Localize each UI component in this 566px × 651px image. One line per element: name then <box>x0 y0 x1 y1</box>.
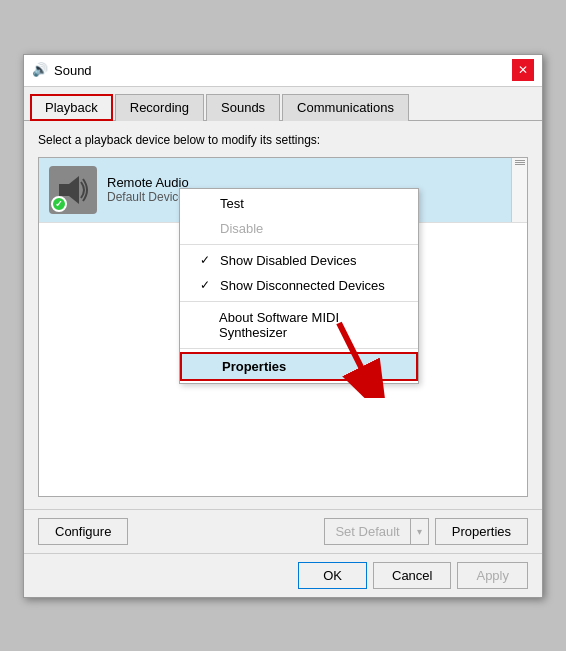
description-text: Select a playback device below to modify… <box>38 133 528 147</box>
tab-sounds[interactable]: Sounds <box>206 94 280 121</box>
context-menu: Test Disable ✓ Show Disabled Devices ✓ S… <box>179 188 419 384</box>
properties-button[interactable]: Properties <box>435 518 528 545</box>
scrollbar[interactable] <box>511 158 527 222</box>
action-row: OK Cancel Apply <box>24 553 542 597</box>
tab-recording[interactable]: Recording <box>115 94 204 121</box>
menu-item-disable: Disable <box>180 216 418 241</box>
sound-dialog: 🔊 Sound ✕ Playback Recording Sounds Comm… <box>23 54 543 598</box>
tabs-bar: Playback Recording Sounds Communications <box>24 87 542 121</box>
close-button[interactable]: ✕ <box>512 59 534 81</box>
menu-item-show-disconnected[interactable]: ✓ Show Disconnected Devices <box>180 273 418 298</box>
menu-separator-1 <box>180 244 418 245</box>
menu-separator-2 <box>180 301 418 302</box>
device-icon: ✓ <box>49 166 97 214</box>
menu-item-properties[interactable]: Properties <box>180 352 418 381</box>
tab-playback[interactable]: Playback <box>30 94 113 121</box>
btn-left-group: Configure <box>38 518 128 545</box>
apply-button[interactable]: Apply <box>457 562 528 589</box>
menu-separator-3 <box>180 348 418 349</box>
set-default-dropdown[interactable]: ▾ <box>410 518 429 545</box>
cancel-button[interactable]: Cancel <box>373 562 451 589</box>
menu-item-about[interactable]: About Software MIDI Synthesizer <box>180 305 418 345</box>
set-default-button[interactable]: Set Default <box>324 518 409 545</box>
btn-right-group: Set Default ▾ Properties <box>324 518 528 545</box>
ok-button[interactable]: OK <box>298 562 367 589</box>
title-bar-left: 🔊 Sound <box>32 62 92 78</box>
sound-icon: 🔊 <box>32 62 48 78</box>
menu-item-show-disabled[interactable]: ✓ Show Disabled Devices <box>180 248 418 273</box>
set-default-wrap: Set Default ▾ <box>324 518 428 545</box>
tab-content: Select a playback device below to modify… <box>24 121 542 509</box>
bottom-buttons: Configure Set Default ▾ Properties <box>24 509 542 553</box>
dialog-title: Sound <box>54 63 92 78</box>
tab-communications[interactable]: Communications <box>282 94 409 121</box>
device-list[interactable]: ✓ Remote Audio Default Device Test <box>38 157 528 497</box>
menu-item-test[interactable]: Test <box>180 191 418 216</box>
configure-button[interactable]: Configure <box>38 518 128 545</box>
default-check: ✓ <box>51 196 67 212</box>
title-bar: 🔊 Sound ✕ <box>24 55 542 87</box>
